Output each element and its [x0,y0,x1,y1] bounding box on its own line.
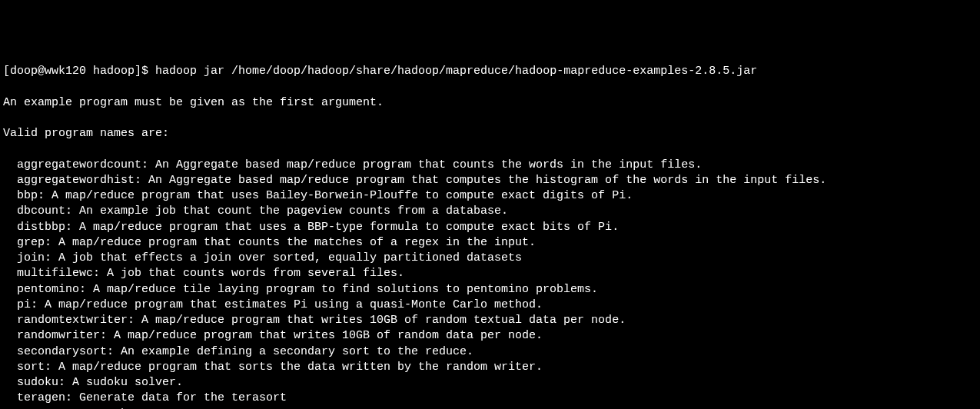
program-entry: secondarysort: An example defining a sec… [3,344,977,360]
command-line: [doop@wwk120 hadoop]$ hadoop jar /home/d… [3,64,977,79]
program-entry: teragen: Generate data for the terasort [3,391,977,406]
shell-prompt: [doop@wwk120 hadoop]$ [3,65,155,78]
program-entry: distbbp: A map/reduce program that uses … [3,220,977,235]
program-entry: dbcount: An example job that count the p… [3,204,977,219]
program-entry: pi: A map/reduce program that estimates … [3,298,977,313]
program-entry: bbp: A map/reduce program that uses Bail… [3,188,977,204]
command-text: hadoop jar /home/doop/hadoop/share/hadoo… [155,65,757,78]
program-entry: join: A job that effects a join over sor… [3,251,977,266]
valid-programs-header: Valid program names are: [3,126,977,141]
program-entry: pentomino: A map/reduce tile laying prog… [3,282,977,298]
program-entry: sort: A map/reduce program that sorts th… [3,360,977,375]
program-entry: randomwriter: A map/reduce program that … [3,328,977,344]
program-entry: aggregatewordhist: An Aggregate based ma… [3,173,977,188]
program-entry: grep: A map/reduce program that counts t… [3,235,977,251]
program-list: aggregatewordcount: An Aggregate based m… [3,158,977,410]
program-entry: randomtextwriter: A map/reduce program t… [3,313,977,328]
program-entry: aggregatewordcount: An Aggregate based m… [3,158,977,173]
program-entry: terasort: Run the terasort [3,407,977,410]
program-entry: multifilewc: A job that counts words fro… [3,266,977,281]
program-entry: sudoku: A sudoku solver. [3,375,977,391]
error-message: An example program must be given as the … [3,95,977,111]
